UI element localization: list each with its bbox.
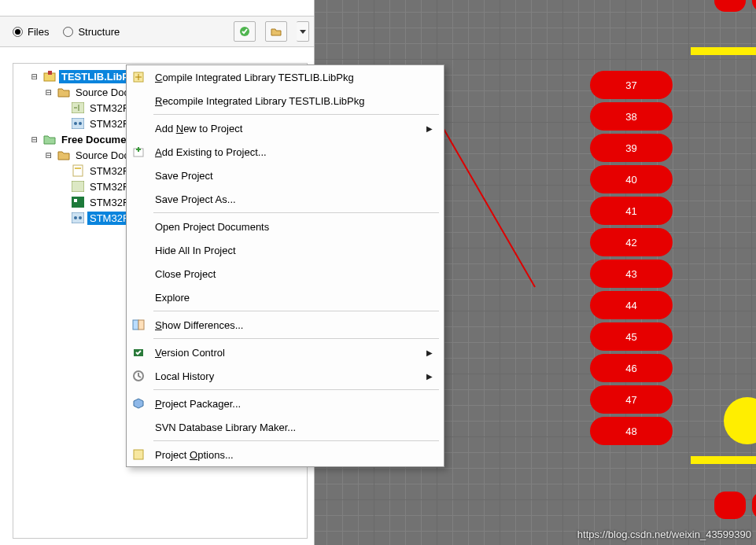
schlib-icon bbox=[72, 101, 84, 114]
radio-structure-label: Structure bbox=[78, 26, 120, 38]
submenu-arrow-icon: ▶ bbox=[426, 124, 433, 133]
menu-project-packager[interactable]: Project Packager... bbox=[127, 392, 444, 415]
menu-open-docs[interactable]: Open Project Documents bbox=[127, 215, 444, 238]
menu-label: Version Control bbox=[155, 347, 225, 359]
pcb-pad: 47 bbox=[590, 385, 673, 414]
folder-icon bbox=[57, 149, 70, 161]
svg-rect-21 bbox=[134, 450, 143, 459]
watermark-text: https://blog.csdn.net/weixin_43599390 bbox=[577, 528, 751, 540]
menu-compile[interactable]: Compile Integrated Library TESTLIB.LibPk… bbox=[127, 65, 444, 89]
pcb-pad: 46 bbox=[590, 354, 673, 382]
radio-dot-icon bbox=[13, 27, 23, 37]
pcb-pad-small bbox=[752, 0, 756, 12]
pcb-pad: 39 bbox=[590, 134, 673, 162]
pcb-pad-small bbox=[714, 492, 746, 519]
radio-dot-icon bbox=[63, 27, 73, 37]
svg-rect-12 bbox=[72, 212, 84, 223]
open-icon-button[interactable] bbox=[265, 21, 287, 42]
svg-rect-11 bbox=[74, 199, 77, 202]
libpkg-icon bbox=[43, 70, 56, 83]
menu-save-project[interactable]: Save Project bbox=[127, 164, 444, 187]
menu-label: Add New to Project bbox=[155, 123, 242, 134]
pcb-pad: 44 bbox=[590, 291, 673, 319]
menu-label: Local History bbox=[155, 370, 214, 382]
pcb-pad: 45 bbox=[590, 322, 673, 351]
radio-structure[interactable]: Structure bbox=[63, 26, 120, 38]
packager-icon bbox=[131, 396, 146, 411]
folder-green-icon bbox=[43, 133, 56, 145]
vcs-icon bbox=[131, 345, 146, 359]
menu-show-differences[interactable]: Show Differences... bbox=[127, 313, 444, 337]
panel-toolbar: Files Structure bbox=[0, 16, 314, 47]
project-context-menu: Compile Integrated Library TESTLIB.LibPk… bbox=[126, 64, 444, 467]
svg-point-13 bbox=[74, 216, 77, 219]
folder-icon bbox=[57, 86, 70, 98]
svg-rect-18 bbox=[138, 320, 144, 330]
pcb-icon bbox=[72, 196, 84, 208]
menu-label: Project Options... bbox=[155, 449, 234, 461]
menu-explore[interactable]: Explore bbox=[127, 285, 444, 309]
pcb-pad: 43 bbox=[590, 260, 673, 288]
menu-label: Recompile Integrated Library TESTLIB.Lib… bbox=[155, 95, 364, 107]
radio-files[interactable]: Files bbox=[13, 26, 49, 38]
collapse-icon[interactable]: ⊟ bbox=[29, 71, 40, 83]
schlib-icon bbox=[72, 180, 84, 193]
svg-point-14 bbox=[79, 216, 82, 219]
svg-rect-7 bbox=[73, 165, 83, 176]
collapse-icon[interactable]: ⊟ bbox=[43, 149, 54, 161]
submenu-arrow-icon: ▶ bbox=[426, 372, 433, 381]
pcb-pad-column: 37 38 39 40 41 42 43 44 45 46 47 48 bbox=[590, 71, 673, 448]
compile-icon bbox=[131, 70, 146, 84]
pcblib-icon bbox=[72, 212, 84, 224]
menu-svn-library-maker[interactable]: SVN Database Library Maker... bbox=[127, 415, 444, 439]
diff-icon bbox=[131, 318, 146, 332]
doc-icon bbox=[72, 164, 84, 177]
submenu-arrow-icon: ▶ bbox=[426, 348, 433, 357]
svg-rect-9 bbox=[72, 181, 84, 192]
svg-rect-4 bbox=[72, 118, 84, 129]
menu-local-history[interactable]: Local History ▶ bbox=[127, 364, 444, 388]
svg-rect-3 bbox=[72, 102, 84, 113]
history-icon bbox=[131, 369, 146, 383]
menu-label: Save Project As... bbox=[155, 193, 236, 205]
pcb-pad: 38 bbox=[590, 102, 673, 131]
collapse-icon[interactable]: ⊟ bbox=[43, 87, 54, 98]
menu-label: Compile Integrated Library TESTLIB.LibPk… bbox=[155, 72, 354, 83]
svg-point-6 bbox=[79, 122, 82, 125]
svg-rect-2 bbox=[48, 71, 52, 75]
menu-label: Project Packager... bbox=[155, 398, 241, 410]
pcb-pad: 41 bbox=[590, 197, 673, 225]
pcb-pad: 42 bbox=[590, 228, 673, 256]
open-dropdown-button[interactable] bbox=[297, 21, 309, 42]
svg-point-5 bbox=[74, 122, 77, 125]
menu-recompile[interactable]: Recompile Integrated Library TESTLIB.Lib… bbox=[127, 89, 444, 112]
menu-project-options[interactable]: Project Options... bbox=[127, 443, 444, 466]
pcb-pad-small bbox=[752, 492, 756, 519]
menu-label: Add Existing to Project... bbox=[155, 146, 267, 158]
menu-hide-all[interactable]: Hide All In Project bbox=[127, 238, 444, 262]
menu-save-project-as[interactable]: Save Project As... bbox=[127, 187, 444, 211]
pcb-pad: 48 bbox=[590, 417, 673, 445]
menu-close-project[interactable]: Close Project bbox=[127, 262, 444, 285]
compile-icon-button[interactable] bbox=[234, 21, 256, 42]
svg-rect-17 bbox=[133, 320, 138, 330]
options-icon bbox=[131, 447, 146, 462]
menu-add-new[interactable]: Add New to Project ▶ bbox=[127, 116, 444, 140]
menu-label: Close Project bbox=[155, 268, 216, 280]
pcb-pad: 40 bbox=[590, 165, 673, 193]
pcblib-icon bbox=[72, 117, 84, 130]
menu-label: Save Project bbox=[155, 170, 213, 182]
menu-label: Hide All In Project bbox=[155, 245, 236, 256]
menu-label: Explore bbox=[155, 292, 190, 304]
radio-files-label: Files bbox=[28, 26, 49, 38]
collapse-icon[interactable]: ⊟ bbox=[29, 134, 40, 145]
svg-rect-10 bbox=[72, 197, 84, 208]
pcb-pad: 37 bbox=[590, 71, 673, 99]
pcb-pad-small bbox=[714, 0, 746, 12]
menu-label: Show Differences... bbox=[155, 319, 243, 331]
menu-version-control[interactable]: Version Control ▶ bbox=[127, 341, 444, 364]
menu-add-existing[interactable]: Add Existing to Project... bbox=[127, 140, 444, 164]
menu-label: SVN Database Library Maker... bbox=[155, 422, 296, 433]
menu-label: Open Project Documents bbox=[155, 221, 269, 233]
add-existing-icon bbox=[131, 145, 146, 159]
